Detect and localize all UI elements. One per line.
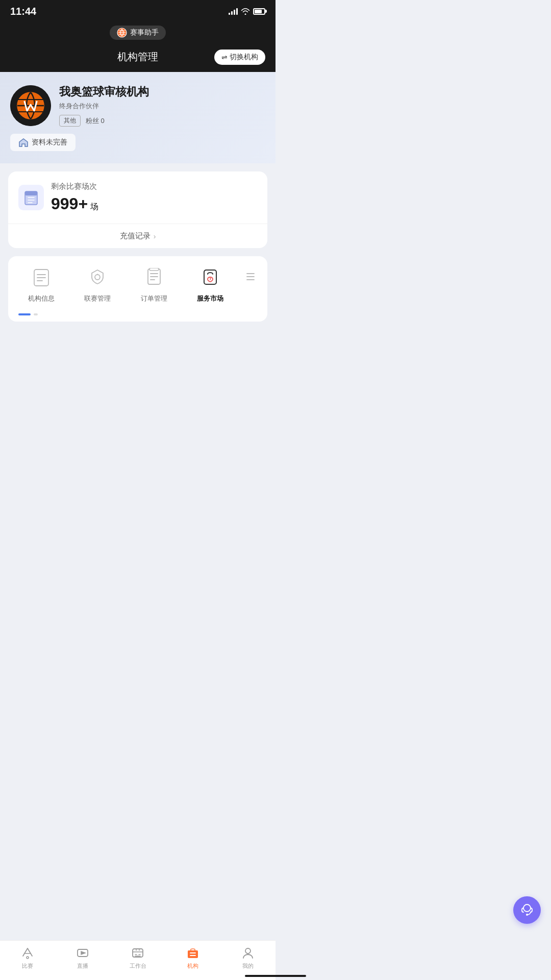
app-logo-icon [117, 28, 127, 38]
menu-label-services: 服务市场 [197, 294, 223, 303]
profile-tags: 其他 粉丝 0 [59, 115, 265, 127]
org-info-icon [30, 266, 53, 289]
match-unit: 场 [90, 202, 98, 211]
fans-count: 粉丝 0 [86, 116, 105, 126]
menu-label-orders: 订单管理 [141, 294, 167, 303]
signal-icon [229, 8, 238, 15]
page-dots [8, 308, 267, 317]
wifi-icon [241, 8, 250, 15]
svg-rect-19 [149, 268, 159, 271]
match-card-inner: 剩余比赛场次 999+ 场 [8, 172, 267, 224]
profile-info: 我奥篮球审核机构 终身合作伙伴 其他 粉丝 0 [59, 84, 265, 127]
content-area: 剩余比赛场次 999+ 场 充值记录 › [0, 163, 276, 330]
svg-rect-6 [25, 191, 37, 195]
app-name: 赛事助手 [130, 28, 159, 37]
menu-card-inner: 机构信息 联赛管理 [8, 256, 267, 308]
profile-row: 我奥篮球审核机构 终身合作伙伴 其他 粉丝 0 [10, 84, 265, 127]
switch-icon: ⇌ [221, 53, 228, 61]
match-count-row: 999+ 场 [51, 194, 98, 213]
org-name: 我奥篮球审核机构 [59, 84, 265, 100]
menu-items: 机构信息 联赛管理 [13, 266, 262, 303]
chevron-right-icon: › [154, 232, 156, 240]
menu-item-more[interactable] [238, 266, 262, 303]
match-icon [18, 185, 44, 210]
switch-org-button[interactable]: ⇌ 切换机构 [214, 50, 265, 65]
menu-item-league[interactable]: 联赛管理 [69, 266, 126, 303]
org-logo-icon [10, 85, 51, 126]
calendar-icon [24, 189, 38, 206]
more-icon [244, 266, 256, 289]
home-icon [18, 138, 29, 147]
league-icon [86, 266, 109, 289]
services-icon [199, 266, 221, 289]
menu-item-services[interactable]: 服务市场 [182, 266, 238, 303]
complete-info-button[interactable]: 资料未完善 [10, 134, 76, 151]
match-info: 剩余比赛场次 999+ 场 [51, 182, 98, 213]
menu-label-league: 联赛管理 [84, 294, 111, 303]
page-header: 机构管理 ⇌ 切换机构 [0, 46, 276, 72]
status-time: 11:44 [10, 6, 36, 17]
active-dot [18, 313, 31, 315]
svg-point-14 [95, 275, 100, 280]
status-bar: 11:44 [0, 0, 276, 22]
avatar [10, 85, 51, 126]
menu-card: 机构信息 联赛管理 [8, 256, 267, 322]
profile-section: 我奥篮球审核机构 终身合作伙伴 其他 粉丝 0 资料未完善 [0, 72, 276, 163]
battery-icon [253, 8, 265, 15]
page-title: 机构管理 [117, 50, 158, 64]
orders-icon [143, 266, 165, 289]
top-bar: 赛事助手 [0, 22, 276, 46]
match-count: 999+ [51, 194, 88, 213]
menu-label-org-info: 机构信息 [28, 294, 55, 303]
recharge-label: 充值记录 [120, 231, 151, 241]
menu-item-orders[interactable]: 订单管理 [126, 266, 182, 303]
recharge-link[interactable]: 充值记录 › [8, 224, 267, 248]
inactive-dot [34, 313, 38, 315]
match-card: 剩余比赛场次 999+ 场 充值记录 › [8, 172, 267, 248]
status-icons [229, 8, 265, 15]
org-tag: 其他 [59, 115, 81, 127]
match-label: 剩余比赛场次 [51, 182, 98, 191]
org-subtitle: 终身合作伙伴 [59, 102, 265, 111]
app-pill: 赛事助手 [110, 26, 166, 40]
info-btn-label: 资料未完善 [32, 138, 67, 147]
menu-item-org-info[interactable]: 机构信息 [13, 266, 69, 303]
